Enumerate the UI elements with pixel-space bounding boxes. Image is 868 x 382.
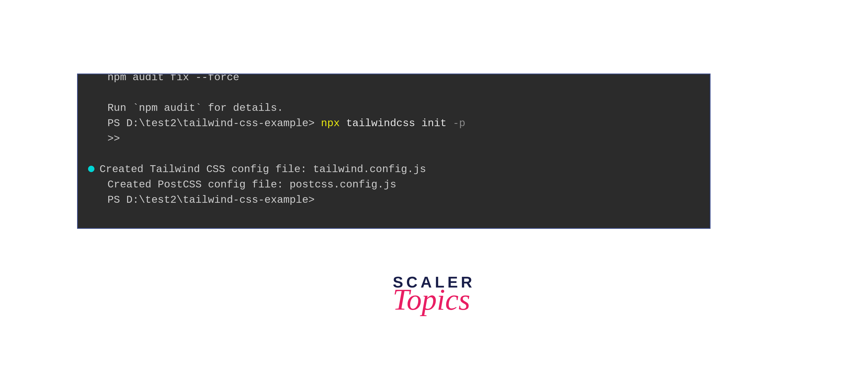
terminal-line-created-tailwind: Created Tailwind CSS config file: tailwi… bbox=[88, 162, 700, 177]
terminal-line-created-postcss: Created PostCSS config file: postcss.con… bbox=[88, 177, 700, 193]
bullet-icon bbox=[88, 166, 94, 172]
terminal-line-audit: Run `npm audit` for details. bbox=[88, 100, 700, 116]
terminal-prompt: PS D:\test2\tailwind-css-example> bbox=[107, 116, 321, 131]
terminal-text: Created Tailwind CSS config file: tailwi… bbox=[99, 162, 426, 177]
terminal-output: npm audit fix --force Run `npm audit` fo… bbox=[78, 74, 710, 208]
terminal-text: >> bbox=[107, 131, 120, 146]
terminal-line-prompt-end: PS D:\test2\tailwind-css-example> bbox=[88, 193, 700, 208]
terminal-command-flag: -p bbox=[453, 116, 465, 131]
terminal-text: Run `npm audit` for details. bbox=[107, 100, 283, 116]
terminal-window[interactable]: npm audit fix --force Run `npm audit` fo… bbox=[77, 74, 711, 229]
terminal-prompt: PS D:\test2\tailwind-css-example> bbox=[107, 193, 315, 208]
terminal-line-command: PS D:\test2\tailwind-css-example> npx ta… bbox=[88, 116, 700, 131]
terminal-blank-line bbox=[88, 85, 700, 100]
terminal-command-exe: npx bbox=[321, 116, 340, 131]
terminal-text: npm audit fix --force bbox=[107, 74, 239, 85]
logo-topics-text: Topics bbox=[388, 287, 475, 313]
terminal-blank-line bbox=[88, 147, 700, 162]
scaler-topics-logo: SCALER Topics bbox=[393, 274, 475, 313]
terminal-command-args: tailwindcss init bbox=[340, 116, 453, 131]
terminal-line-continuation: >> bbox=[88, 131, 700, 147]
terminal-line-partial: npm audit fix --force bbox=[88, 74, 700, 85]
terminal-text: Created PostCSS config file: postcss.con… bbox=[107, 177, 396, 192]
